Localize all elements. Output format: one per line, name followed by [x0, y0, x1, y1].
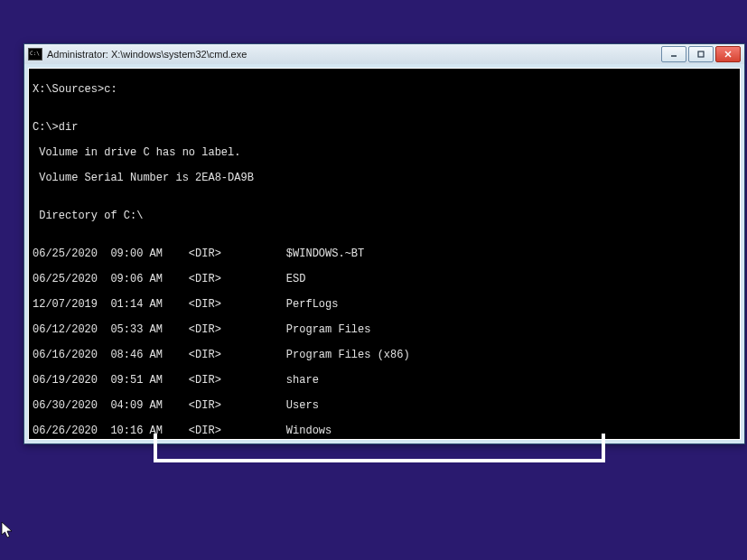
titlebar[interactable]: Administrator: X:\windows\system32\cmd.e… — [24, 44, 744, 64]
console-line: 06/25/2020 09:06 AM <DIR> ESD — [33, 273, 736, 285]
minimize-button[interactable] — [661, 46, 686, 62]
window-controls — [661, 46, 741, 62]
console-line: 06/19/2020 09:51 AM <DIR> share — [33, 374, 736, 387]
console-line: 06/12/2020 05:33 AM <DIR> Program Files — [33, 323, 736, 336]
console-line: C:\>dir — [33, 121, 736, 134]
window-title: Administrator: X:\windows\system32\cmd.e… — [47, 49, 661, 60]
console-line: 06/25/2020 09:00 AM <DIR> $WINDOWS.~BT — [33, 247, 736, 260]
console-line: Directory of C:\ — [33, 210, 736, 222]
console-line: 06/16/2020 08:46 AM <DIR> Program Files … — [33, 349, 736, 361]
mouse-cursor-icon — [1, 521, 15, 541]
close-icon — [724, 50, 733, 59]
svg-rect-1 — [698, 51, 704, 57]
console-output[interactable]: X:\Sources>c: C:\>dir Volume in drive C … — [28, 68, 741, 440]
console-line: X:\Sources>c: — [33, 83, 736, 96]
console-line: 12/07/2019 01:14 AM <DIR> PerfLogs — [33, 298, 736, 311]
minimize-icon — [669, 50, 678, 59]
console-line: Volume Serial Number is 2EA8-DA9B — [33, 172, 736, 184]
console-line: Volume in drive C has no label. — [33, 146, 736, 159]
close-button[interactable] — [715, 46, 741, 62]
maximize-button[interactable] — [688, 46, 714, 62]
console-line: 06/30/2020 04:09 AM <DIR> Users — [33, 399, 736, 412]
console-line: 06/26/2020 10:16 AM <DIR> Windows — [33, 425, 736, 437]
cmd-window: Administrator: X:\windows\system32\cmd.e… — [23, 43, 745, 444]
maximize-icon — [696, 50, 705, 59]
cmd-icon — [28, 48, 42, 61]
